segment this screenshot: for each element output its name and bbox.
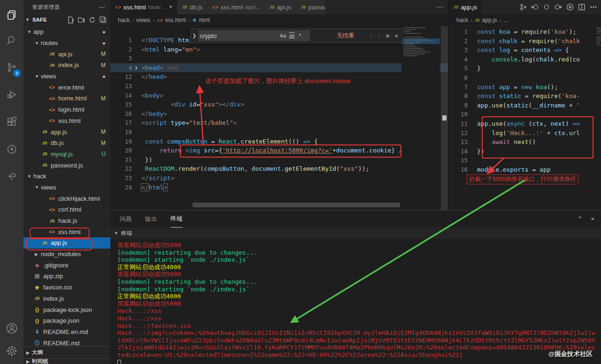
tree-item-clickHijack-html[interactable]: <>clickHijack.html [23, 193, 110, 204]
match-case-icon[interactable]: Aa [280, 33, 286, 38]
panel-close-icon[interactable]: × [591, 215, 594, 222]
tree-item-routes[interactable]: ▼routes● [23, 38, 110, 49]
panel-tab-[interactable]: 问题 [120, 211, 132, 228]
tree-item-package-json[interactable]: {}package.json [23, 315, 110, 326]
breadcrumb-item[interactable]: xss.html [165, 17, 186, 23]
history-icon[interactable] [0, 138, 23, 160]
settings-gear-icon[interactable] [0, 340, 23, 362]
breadcrumb-item[interactable]: hack [456, 17, 468, 23]
vertical-scrollbar[interactable] [441, 26, 448, 210]
line-number: 3 [449, 46, 468, 55]
tree-item-index-js[interactable]: JSindex.js [23, 293, 110, 304]
extensions-icon[interactable] [0, 111, 23, 133]
tree-item-package-lock-json[interactable]: {}package-lock.json [23, 304, 110, 315]
tab-xss-html[interactable]: <>xss.htmlapp/... [208, 0, 265, 14]
tree-item-password-js[interactable]: JSpassword.js [23, 159, 110, 171]
tree-item-app[interactable]: ▼app● [23, 26, 110, 38]
search-icon[interactable] [0, 29, 23, 52]
regex-icon[interactable]: .* [298, 33, 301, 38]
tree-item-views[interactable]: ▼views [23, 182, 110, 193]
tree-item-README-en-md[interactable]: ⬇README.en.md [23, 326, 110, 338]
editor-xss-html[interactable]: 1<!DOCTYPE html>2<html lang="en">34❯<hea… [110, 26, 448, 210]
code-line-18: 18 [110, 128, 448, 137]
js-file-icon: JS [41, 129, 48, 134]
workspace-section[interactable]: ▼ SAFE [23, 14, 110, 25]
folded-code-badge[interactable]: ··· [166, 65, 179, 71]
find-in-selection-icon[interactable]: ≡ [386, 32, 390, 39]
tree-item-db-js[interactable]: JSdb.jsM [23, 137, 110, 149]
git-status-badge: ● [102, 73, 106, 80]
toggle-replace-icon[interactable]: ❯ [191, 29, 198, 43]
tab-overflow-icon[interactable]: ⋯ [431, 0, 448, 14]
breadcrumb[interactable]: hack›views›<>xss.html›❖html [110, 14, 448, 26]
line-number: 1 [110, 36, 132, 45]
minimap[interactable] [401, 26, 440, 210]
tab-api-js[interactable]: JSapi.js [265, 0, 296, 14]
tree-item-node-modules[interactable]: ▶node_modules [23, 249, 110, 260]
timeline-section[interactable]: ▶时间线 [23, 358, 110, 364]
tree-item-views[interactable]: ▼views● [23, 71, 110, 82]
new-file-icon[interactable] [67, 16, 74, 23]
explorer-more-icon[interactable]: ⋯ [99, 3, 106, 11]
run-file-icon[interactable] [566, 3, 574, 11]
breadcrumb-item[interactable]: views [136, 17, 150, 23]
tree-item-label: login.html [58, 106, 85, 113]
tree-item-app-js[interactable]: JSapp.jsM [23, 126, 110, 137]
next-change-icon[interactable] [555, 3, 562, 11]
find-next-icon[interactable]: ↓ [378, 32, 381, 39]
refresh-icon[interactable] [89, 16, 96, 23]
panel-maximize-icon[interactable]: ⌃ [578, 215, 583, 222]
tree-item-label: package.json [43, 317, 79, 324]
previous-change-icon[interactable] [531, 3, 539, 11]
tab-xss-html[interactable]: <>xss.htmlhack/...× [110, 0, 177, 14]
run-debug-icon[interactable] [0, 83, 23, 106]
new-folder-icon[interactable] [78, 16, 85, 23]
tree-item-csrf-html[interactable]: <>csrf.html [23, 204, 110, 215]
tree-item-api-js[interactable]: JSapi.jsM [23, 48, 110, 60]
tree-item-app-zip[interactable]: ▤app.zip [23, 271, 110, 282]
source-control-icon[interactable]: 6 [0, 56, 23, 79]
tree-item-hack-js[interactable]: JShack.js [23, 215, 110, 227]
tab-passwo[interactable]: JSpasswo [296, 0, 325, 14]
find-close-icon[interactable]: × [394, 32, 398, 39]
collapse-all-icon[interactable] [100, 16, 107, 23]
fold-chevron-icon[interactable]: ❯ [132, 63, 140, 73]
tree-item-hack[interactable]: ▼hack [23, 171, 110, 182]
back-arrow-icon[interactable] [0, 165, 23, 188]
breadcrumb-item[interactable]: ... [503, 17, 508, 23]
more-actions-icon[interactable] [590, 3, 597, 11]
tree-item-xss-html[interactable]: <>xss.html [23, 115, 110, 127]
tree-item-xss-html[interactable]: <>xss.html [23, 226, 110, 237]
breadcrumb-item[interactable]: app.js [482, 17, 497, 23]
tree-item-mysql-js[interactable]: JSmysql.jsU [23, 149, 110, 160]
source-control-compare-icon[interactable] [519, 3, 527, 11]
breadcrumb-right[interactable]: hack›JSapp.js›... [449, 14, 601, 26]
outline-section[interactable]: ▶大纲 [23, 346, 110, 358]
tree-item-login-html[interactable]: <>login.html [23, 104, 110, 115]
tab-close-icon[interactable]: × [169, 4, 172, 10]
tree-item-error-html[interactable]: <>error.html [23, 82, 110, 93]
split-editor-icon[interactable] [578, 3, 586, 11]
tree-item-home-html[interactable]: <>home.htmlM [23, 93, 110, 104]
change-dot-icon[interactable] [543, 3, 550, 11]
terminal-output[interactable]: 黑客网站启动成功5000[nodemon] restarting due to … [117, 242, 597, 364]
minimap-right[interactable] [595, 26, 601, 210]
tree-item-index-js[interactable]: JSindex.jsM [23, 60, 110, 71]
horizontal-scrollbar[interactable] [193, 203, 400, 207]
terminal-section-header[interactable]: ▼ 终端 [110, 228, 601, 239]
git-status-badge: ● [102, 40, 106, 46]
tree-item-app-js[interactable]: JSapp.js [23, 237, 110, 249]
breadcrumb-item[interactable]: html [199, 17, 210, 23]
panel-tab-[interactable]: 输出 [145, 211, 157, 228]
tree-item-favicon-ico[interactable]: ★favicon.ico [23, 282, 110, 293]
account-icon[interactable] [0, 317, 23, 340]
whole-word-icon[interactable]: ab [289, 33, 294, 38]
tab-db-js[interactable]: JSdb.js [177, 0, 208, 14]
panel-tab-active[interactable]: 终端 [170, 211, 183, 228]
editor-app-js[interactable]: 1const koa = require('koa');2const chalk… [449, 26, 601, 210]
find-previous-icon[interactable]: ↑ [370, 32, 373, 39]
tree-item--gitignore[interactable]: ◆.gitignore [23, 259, 110, 271]
tab-app-js[interactable]: JSapp.js [449, 0, 482, 14]
explorer-icon[interactable] [0, 4, 23, 26]
breadcrumb-item[interactable]: hack [118, 17, 130, 23]
